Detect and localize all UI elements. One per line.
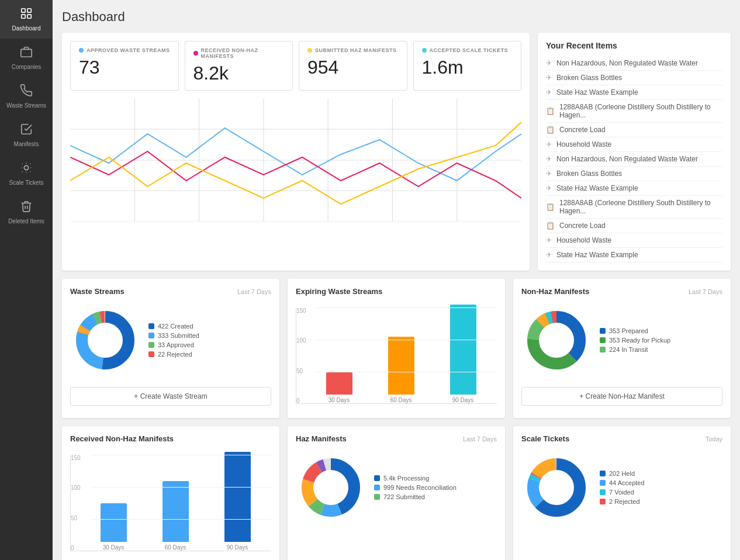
recent-item[interactable]: ✈Broken Glass Bottles: [546, 167, 722, 181]
waste-streams-donut: [70, 305, 140, 375]
svg-point-45: [540, 471, 573, 504]
non-haz-manifests-donut-row: 353 Prepared 353 Ready for Pickup 224 In…: [521, 302, 722, 379]
haz-manifests-title: Haz Manifests: [296, 434, 347, 443]
create-waste-stream-button[interactable]: + Create Waste Stream: [70, 387, 271, 406]
stream-icon: ✈: [546, 74, 552, 82]
sidebar-item-dashboard[interactable]: Dashboard: [0, 0, 53, 39]
haz-manifests-donut: [296, 452, 366, 523]
scale-tickets-title: Scale Tickets: [521, 434, 569, 443]
svg-rect-4: [21, 49, 32, 57]
scale-tickets-icon: [20, 161, 33, 177]
non-haz-manifests-donut: [521, 305, 592, 375]
sidebar-item-scale-tickets-label: Scale Tickets: [9, 179, 44, 186]
stat-dot-received: [193, 51, 198, 56]
expiring-ws-card: Expiring Waste Streams 150 100 50 0: [288, 279, 505, 418]
stat-dot-submitted: [307, 48, 312, 53]
top-row: APPROVED WASTE STREAMS 73 RECEIVED NON-H…: [62, 33, 731, 271]
stream-icon: ✈: [546, 59, 552, 67]
sidebar-item-companies-label: Companies: [12, 64, 42, 70]
recent-item[interactable]: ✈State Haz Waste Example: [546, 85, 722, 100]
stream-icon: ✈: [546, 236, 552, 244]
waste-streams-icon: [20, 84, 33, 100]
svg-rect-3: [22, 15, 25, 18]
expiring-ws-title: Expiring Waste Streams: [296, 287, 382, 296]
stream-icon: ✈: [546, 140, 552, 148]
received-non-haz-chart-area: 150 100 50 0 30 Days 60 Days: [70, 449, 271, 557]
scale-tickets-legend: 202 Held 44 Accepted 7 Voided 2 Rejected: [600, 470, 645, 505]
received-non-haz-card: Received Non-Haz Manifests 150 100 50 0: [62, 426, 279, 560]
haz-manifests-legend: 5.4k Processing 999 Needs Reconciliation…: [374, 475, 457, 500]
stat-received-non-haz: RECEIVED NON-HAZ MANIFESTS 8.2k: [185, 41, 293, 91]
recent-items-card: Your Recent Items ✈Non Hazardous, Non Re…: [538, 33, 731, 271]
expiring-ws-chart-area: 150 100 50 0 30 Days: [296, 302, 497, 410]
stat-dot-approved: [79, 48, 84, 53]
svg-rect-1: [27, 9, 31, 12]
sidebar-item-deleted-items-label: Deleted Items: [8, 218, 44, 224]
svg-point-30: [540, 324, 573, 357]
sidebar-item-waste-streams[interactable]: Waste Streams: [0, 77, 53, 116]
recent-item[interactable]: 📋1288A8AB (Corleone Distillery South Dis…: [546, 196, 722, 219]
stats-chart-card: APPROVED WASTE STREAMS 73 RECEIVED NON-H…: [62, 33, 530, 271]
recent-item[interactable]: ✈Household Waste: [546, 137, 722, 152]
main-content: Dashboard APPROVED WASTE STREAMS 73 RECE…: [53, 0, 740, 560]
non-haz-manifests-legend: 353 Prepared 353 Ready for Pickup 224 In…: [600, 327, 670, 353]
manifest-icon: 📋: [546, 126, 555, 134]
stream-icon: ✈: [546, 170, 552, 178]
non-haz-manifests-card: Non-Haz Manifests Last 7 Days: [513, 279, 731, 418]
sidebar-item-scale-tickets[interactable]: Scale Tickets: [0, 154, 53, 193]
waste-streams-legend: 422 Created 333 Submitted 33 Approved 22…: [148, 323, 199, 358]
received-non-haz-title: Received Non-Haz Manifests: [70, 434, 174, 443]
haz-manifests-card: Haz Manifests Last 7 Days 5: [288, 426, 505, 560]
recent-item[interactable]: ✈Household Waste: [546, 233, 722, 248]
dashboard-icon: [20, 7, 33, 23]
sidebar-item-waste-streams-label: Waste Streams: [6, 102, 46, 109]
manifest-icon: 📋: [546, 222, 555, 230]
scale-tickets-donut: [521, 452, 592, 523]
scale-tickets-card: Scale Tickets Today 202 Held: [513, 426, 731, 560]
stat-value-accepted: 1.6m: [422, 57, 513, 78]
waste-streams-card-title: Waste Streams: [70, 287, 125, 296]
line-chart: [70, 99, 521, 222]
scale-tickets-donut-row: 202 Held 44 Accepted 7 Voided 2 Rejected: [521, 449, 722, 526]
stat-accepted-scale: ACCEPTED SCALE TICKETS 1.6m: [413, 41, 522, 91]
svg-rect-2: [27, 15, 31, 18]
recent-item[interactable]: 📋1288A8AB (Corleone Distillery South Dis…: [546, 100, 722, 123]
sidebar-item-companies[interactable]: Companies: [0, 39, 53, 77]
waste-streams-donut-row: 422 Created 333 Submitted 33 Approved 22…: [70, 302, 271, 379]
stat-value-submitted: 954: [307, 57, 399, 78]
recent-item[interactable]: ✈State Haz Waste Example: [546, 181, 722, 196]
recent-items-list: ✈Non Hazardous, Non Regulated Waste Wate…: [546, 56, 722, 262]
sidebar-item-deleted-items[interactable]: Deleted Items: [0, 193, 53, 231]
sidebar-item-dashboard-label: Dashboard: [12, 25, 41, 32]
recent-item[interactable]: 📋Concrete Load: [546, 123, 722, 137]
svg-point-22: [89, 324, 122, 357]
recent-item[interactable]: ✈Non Hazardous, Non Regulated Waste Wate…: [546, 152, 722, 167]
deleted-items-icon: [20, 200, 33, 216]
stream-icon: ✈: [546, 251, 552, 259]
stat-dot-accepted: [422, 48, 427, 53]
line-chart-svg: [70, 99, 521, 222]
bottom-cards-row: Received Non-Haz Manifests 150 100 50 0: [62, 426, 731, 560]
stats-row: APPROVED WASTE STREAMS 73 RECEIVED NON-H…: [70, 41, 521, 91]
recent-item[interactable]: ✈Non Hazardous, Non Regulated Waste Wate…: [546, 56, 722, 71]
create-non-haz-manifest-button[interactable]: + Create Non-Haz Manifest: [521, 387, 722, 406]
recent-item[interactable]: ✈Broken Glass Bottles: [546, 71, 722, 85]
recent-items-title: Your Recent Items: [546, 41, 722, 50]
haz-manifests-donut-row: 5.4k Processing 999 Needs Reconciliation…: [296, 449, 497, 526]
stream-icon: ✈: [546, 88, 552, 96]
stream-icon: ✈: [546, 155, 552, 163]
non-haz-manifests-title: Non-Haz Manifests: [521, 287, 589, 296]
recent-item[interactable]: 📋Concrete Load: [546, 219, 722, 233]
scale-tickets-period: Today: [706, 435, 722, 443]
recent-item[interactable]: ✈State Haz Waste Example: [546, 248, 722, 262]
svg-point-38: [314, 471, 347, 504]
stream-icon: ✈: [546, 184, 552, 192]
stat-value-received: 8.2k: [193, 63, 285, 84]
non-haz-manifests-period: Last 7 Days: [689, 288, 722, 295]
companies-icon: [20, 46, 33, 61]
sidebar-item-manifests[interactable]: Manifests: [0, 116, 53, 154]
manifest-icon: 📋: [546, 107, 555, 115]
manifest-icon: 📋: [546, 203, 555, 211]
middle-cards-row: Waste Streams Last 7 Days: [62, 279, 731, 418]
waste-streams-card: Waste Streams Last 7 Days: [62, 279, 279, 418]
